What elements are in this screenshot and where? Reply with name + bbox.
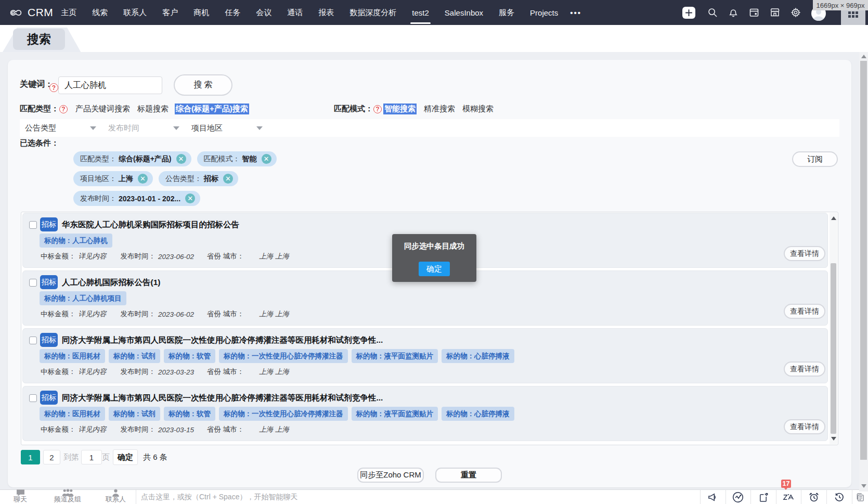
nav-menu-item[interactable]: 商机 xyxy=(192,0,211,25)
dock-chat[interactable]: 聊天 xyxy=(14,490,27,504)
match-type-help-icon[interactable]: ? xyxy=(59,105,68,113)
nav-menu-item[interactable]: 通话 xyxy=(286,0,304,25)
chip-remove-icon[interactable]: ✕ xyxy=(262,154,271,164)
nav-menu-item[interactable]: 服务 xyxy=(497,0,516,25)
activity-pulse-icon[interactable] xyxy=(726,489,751,504)
nav-menu-item[interactable]: 任务 xyxy=(223,0,242,25)
dock-contacts[interactable]: 联系人 xyxy=(106,490,126,504)
result-meta: 中标金额： 详见内容 发布时间： 2023-06-02 省份 城市： 上海 上海 xyxy=(41,252,289,261)
goto-page-input[interactable] xyxy=(81,450,102,464)
amount-value: 详见内容 xyxy=(79,425,107,434)
amount-label: 中标金额： xyxy=(41,367,76,377)
nav-menu-item[interactable]: 线索 xyxy=(90,0,109,25)
page-button-2[interactable]: 2 xyxy=(43,450,60,464)
result-checkbox[interactable] xyxy=(29,279,37,287)
nav-menu-item[interactable]: 会议 xyxy=(254,0,273,25)
region-label: 省份 城市： xyxy=(207,252,244,261)
match-type-option[interactable]: 产品关键词搜索 xyxy=(75,104,130,114)
page-scroll-up-icon[interactable] xyxy=(859,55,868,58)
alarm-clock-icon[interactable] xyxy=(801,489,826,504)
dialog-confirm-button[interactable]: 确定 xyxy=(419,262,450,276)
select-publish-time[interactable]: 发布时间 xyxy=(108,119,179,137)
scroll-down-icon[interactable] xyxy=(830,437,837,441)
result-tag-chip: 标的物：一次性使用心脏冷停搏灌注器 xyxy=(219,407,348,421)
announcement-megaphone-icon[interactable] xyxy=(700,489,726,504)
page-scroll-down-icon[interactable] xyxy=(859,484,868,488)
page-scrollbar-thumb[interactable] xyxy=(860,61,867,460)
view-details-button[interactable]: 查看详情 xyxy=(784,419,825,434)
view-details-button[interactable]: 查看详情 xyxy=(784,304,825,319)
nav-more-icon[interactable]: ••• xyxy=(570,8,581,17)
select-announcement-type[interactable]: 公告类型 xyxy=(25,119,96,137)
filter-selects-row: 公告类型 发布时间 项目地区 xyxy=(20,119,839,137)
quick-create-button[interactable] xyxy=(682,7,695,19)
dock-channels[interactable]: 频道及组 xyxy=(54,490,81,504)
brand[interactable]: CRM xyxy=(9,6,53,19)
result-checkbox[interactable] xyxy=(29,394,37,402)
search-button[interactable]: 搜索 xyxy=(174,74,232,96)
chip-remove-icon[interactable]: ✕ xyxy=(176,154,186,164)
chat-input-placeholder[interactable]: 点击这里，或按（Ctrl + Space），开始智能聊天 xyxy=(141,490,297,504)
chip-remove-icon[interactable]: ✕ xyxy=(138,174,148,184)
page-button-1[interactable]: 1 xyxy=(21,450,40,464)
region-value: 上海 上海 xyxy=(259,252,289,261)
page-scrollbar[interactable] xyxy=(859,52,868,492)
goto-confirm-button[interactable]: 确定 xyxy=(113,449,138,465)
keyword-help-icon[interactable]: ? xyxy=(49,83,58,92)
match-mode-option[interactable]: 精准搜索 xyxy=(424,104,455,114)
copy-stack-icon[interactable] xyxy=(852,489,868,504)
chat-bubble-icon xyxy=(16,489,25,497)
match-mode-help-icon[interactable]: ? xyxy=(373,105,382,113)
scroll-up-icon[interactable] xyxy=(830,216,837,220)
result-title[interactable]: 人工心肺机国际招标公告(1) xyxy=(62,275,160,289)
nav-menu-item[interactable]: Projects xyxy=(528,0,560,25)
brand-name: CRM xyxy=(28,6,53,19)
view-details-button[interactable]: 查看详情 xyxy=(784,361,825,377)
reset-button[interactable]: 重置 xyxy=(435,468,502,483)
settings-gear-icon[interactable] xyxy=(791,7,801,18)
result-tag-chip: 标的物：液平面监测贴片 xyxy=(352,407,438,421)
result-title[interactable]: 同济大学附属上海市第四人民医院一次性使用心脏冷停搏灌注器等医用耗材和试剂竞争性.… xyxy=(62,391,383,405)
list-scrollbar[interactable] xyxy=(830,213,837,444)
condition-chips: 匹配类型：综合(标题+产品)✕匹配模式：智能✕ 项目地区：上海✕公告类型：招标✕… xyxy=(73,151,277,206)
nav-menu-item[interactable]: 联系人 xyxy=(122,0,148,25)
result-checkbox[interactable] xyxy=(29,221,37,229)
zoho-logo-icon xyxy=(9,6,22,19)
match-type-option-selected[interactable]: 综合(标题+产品)搜索 xyxy=(175,104,249,114)
region-label: 省份 城市： xyxy=(207,309,244,319)
nav-menu-item[interactable]: 客户 xyxy=(161,0,179,25)
list-scrollbar-thumb[interactable] xyxy=(831,263,836,434)
search-icon[interactable] xyxy=(707,7,718,18)
result-tag-chip: 标的物：软管 xyxy=(164,407,215,421)
result-checkbox[interactable] xyxy=(29,337,37,344)
notes-icon[interactable] xyxy=(750,489,776,504)
match-mode-option-selected[interactable]: 智能搜索 xyxy=(383,104,417,114)
nav-menu: 主页线索联系人客户商机任务会议通话报表数据深度分析test2SalesInbox… xyxy=(53,0,566,25)
result-tags: 标的物：人工心肺机 xyxy=(40,234,112,248)
sync-to-crm-button[interactable]: 同步至Zoho CRM xyxy=(357,468,424,483)
history-icon[interactable] xyxy=(826,489,852,504)
subscribe-button[interactable]: 订阅 xyxy=(792,151,838,167)
view-details-button[interactable]: 查看详情 xyxy=(784,246,825,261)
result-title[interactable]: 华东医院人工心肺机采购国际招标项目的招标公告 xyxy=(62,217,239,231)
chip-remove-icon[interactable]: ✕ xyxy=(185,193,195,203)
result-item: 招标 同济大学附属上海市第四人民医院一次性使用心脏冷停搏灌注器等医用耗材和试剂竞… xyxy=(22,386,828,441)
nav-menu-item[interactable]: test2 xyxy=(410,0,431,25)
notifications-bell-icon[interactable] xyxy=(728,7,739,18)
zia-ai-icon[interactable] xyxy=(776,489,801,504)
nav-menu-item[interactable]: 主页 xyxy=(59,0,78,25)
match-type-option[interactable]: 标题搜索 xyxy=(137,104,169,114)
keyword-input[interactable] xyxy=(58,76,162,94)
nav-menu-item[interactable]: 报表 xyxy=(317,0,335,25)
calendar-icon[interactable] xyxy=(749,7,759,18)
condition-chip-row: 项目地区：上海✕公告类型：招标✕ xyxy=(73,171,277,186)
tab-search[interactable]: 搜索 xyxy=(13,29,65,50)
marketplace-icon[interactable] xyxy=(770,7,780,18)
chevron-down-icon xyxy=(90,126,96,130)
result-title[interactable]: 同济大学附属上海市第四人民医院一次性使用心脏冷停搏灌注器等医用耗材和试剂竞争性.… xyxy=(62,333,383,347)
nav-menu-item[interactable]: 数据深度分析 xyxy=(348,0,398,25)
chip-remove-icon[interactable]: ✕ xyxy=(223,174,233,184)
nav-menu-item[interactable]: SalesInbox xyxy=(443,0,485,25)
match-mode-option[interactable]: 模糊搜索 xyxy=(462,104,494,114)
select-project-region[interactable]: 项目地区 xyxy=(191,119,263,137)
